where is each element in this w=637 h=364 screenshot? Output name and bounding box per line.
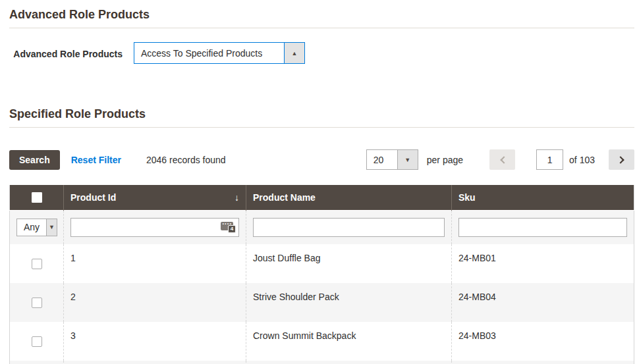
cell-product-id: 3 — [64, 322, 246, 361]
per-page-select[interactable]: 20 ▼ — [366, 149, 418, 170]
grid-header-row: Product Id ↓ Product Name Sku — [10, 185, 634, 210]
row-checkbox[interactable] — [32, 298, 42, 308]
per-page-select-value: 20 — [367, 150, 397, 169]
product-id-header-label: Product Id — [70, 192, 116, 203]
chevron-left-icon — [500, 156, 507, 163]
product-id-filter-input[interactable] — [70, 218, 239, 237]
filter-cell-product-id: ···· 4 — [64, 210, 246, 244]
any-filter-select[interactable]: Any ▼ — [16, 219, 57, 236]
row-checkbox-cell — [10, 322, 64, 361]
cell-product-name: Crown Summit Backpack — [246, 322, 452, 361]
page: Advanced Role Products Advanced Role Pro… — [0, 0, 637, 364]
records-found-text: 2046 records found — [146, 155, 226, 165]
products-grid: Product Id ↓ Product Name Sku Any ▼ — [9, 185, 634, 364]
reset-filter-link[interactable]: Reset Filter — [71, 155, 121, 165]
cell-product-name: Joust Duffle Bag — [246, 244, 452, 283]
section-title-advanced-role: Advanced Role Products — [9, 0, 634, 28]
row-checkbox[interactable] — [32, 259, 42, 269]
total-pages-text: of 103 — [569, 155, 595, 165]
section-divider-2 — [9, 127, 634, 128]
advanced-role-form-row: Advanced Role Products Access To Specifi… — [9, 42, 634, 64]
product-name-filter-input[interactable] — [253, 218, 445, 237]
chevron-up-icon: ▲ — [284, 43, 304, 63]
sort-descending-icon: ↓ — [235, 192, 239, 203]
cell-sku: 24-MB03 — [452, 322, 634, 361]
search-button[interactable]: Search — [9, 150, 60, 170]
filter-cell-any: Any ▼ — [10, 210, 64, 244]
sku-header-label: Sku — [458, 192, 476, 203]
chevron-right-icon — [617, 156, 624, 163]
filter-cell-product-name — [246, 210, 452, 244]
next-page-button[interactable] — [609, 149, 634, 170]
table-row[interactable]: 1 Joust Duffle Bag 24-MB01 — [10, 244, 634, 283]
current-page-input[interactable] — [536, 149, 563, 170]
grid-filter-row: Any ▼ ···· 4 — [10, 210, 634, 244]
select-all-checkbox[interactable] — [32, 192, 42, 203]
any-filter-value: Any — [17, 219, 46, 236]
cell-product-id: 1 — [64, 244, 246, 283]
cell-sku: 24-MB01 — [452, 244, 634, 283]
section-title-specified-role: Specified Role Products — [9, 64, 634, 127]
sku-filter-input[interactable] — [458, 218, 627, 237]
section-divider — [9, 28, 634, 28]
header-cell-checkbox — [10, 185, 64, 210]
advanced-role-label: Advanced Role Products — [9, 42, 123, 64]
product-name-header-label: Product Name — [253, 192, 316, 203]
header-cell-product-name[interactable]: Product Name — [246, 185, 452, 210]
chevron-down-icon: ▼ — [46, 219, 57, 236]
row-checkbox-cell — [10, 283, 64, 322]
pager: 20 ▼ per page of 103 — [366, 149, 634, 170]
header-cell-sku[interactable]: Sku — [452, 185, 634, 210]
chevron-down-icon: ▼ — [397, 150, 418, 169]
per-page-label: per page — [427, 155, 463, 165]
advanced-role-select[interactable]: Access To Specified Products ▲ — [134, 42, 305, 64]
range-filter-icon[interactable]: ···· 4 — [221, 222, 236, 233]
table-row-partial[interactable] — [10, 361, 634, 364]
table-row[interactable]: 3 Crown Summit Backpack 24-MB03 — [10, 322, 634, 361]
cell-product-id: 2 — [64, 283, 246, 322]
advanced-role-select-value: Access To Specified Products — [134, 43, 284, 63]
row-checkbox[interactable] — [32, 336, 42, 347]
table-row[interactable]: 2 Strive Shoulder Pack 24-MB04 — [10, 283, 634, 322]
header-cell-product-id[interactable]: Product Id ↓ — [64, 185, 246, 210]
cell-product-name: Strive Shoulder Pack — [246, 283, 452, 322]
row-checkbox-cell — [10, 244, 64, 283]
cell-sku: 24-MB04 — [452, 283, 634, 322]
previous-page-button[interactable] — [489, 149, 515, 170]
grid-toolbar: Search Reset Filter 2046 records found 2… — [9, 149, 634, 170]
filter-cell-sku — [452, 210, 634, 244]
